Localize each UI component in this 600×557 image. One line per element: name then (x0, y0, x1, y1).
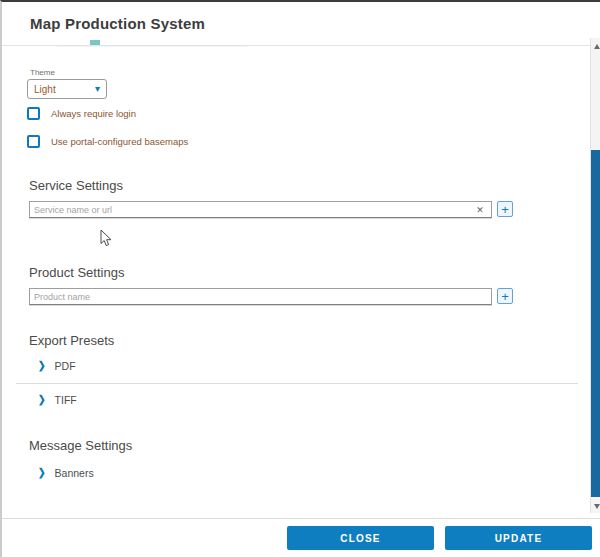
service-name-input[interactable] (29, 201, 492, 218)
chevron-right-icon: ❯ (38, 360, 46, 372)
plus-icon: + (501, 290, 509, 303)
dialog-footer: CLOSE UPDATE (2, 518, 600, 557)
service-settings-heading: Service Settings (29, 178, 123, 193)
chevron-down-icon: ▾ (95, 84, 100, 94)
plus-icon: + (501, 203, 509, 216)
require-login-label: Always require login (51, 108, 136, 119)
scroll-down-button[interactable] (591, 500, 600, 512)
theme-field-label: Theme (30, 68, 55, 77)
close-button[interactable]: CLOSE (287, 526, 434, 550)
theme-dropdown-value: Light (34, 84, 95, 95)
divider (16, 383, 578, 384)
chevron-right-icon: ❯ (38, 394, 46, 406)
scrollbar-thumb[interactable] (591, 150, 600, 497)
checkbox-row-require-login[interactable]: Always require login (27, 107, 136, 120)
expander-tiff[interactable]: ❯ TIFF (38, 394, 77, 406)
theme-dropdown[interactable]: Light ▾ (27, 79, 107, 99)
add-service-button[interactable]: + (497, 201, 513, 217)
clear-icon[interactable]: ✕ (473, 203, 487, 217)
expander-banners-label: Banners (55, 467, 94, 479)
expander-banners[interactable]: ❯ Banners (38, 467, 94, 479)
arrow-up-icon (594, 44, 600, 49)
message-settings-heading: Message Settings (29, 438, 132, 453)
vertical-scrollbar[interactable] (590, 38, 600, 513)
expander-pdf-label: PDF (55, 360, 76, 372)
product-name-input[interactable] (29, 288, 492, 305)
expander-pdf[interactable]: ❯ PDF (38, 360, 76, 372)
portal-basemaps-label: Use portal-configured basemaps (51, 136, 188, 147)
dialog-title: Map Production System (30, 15, 205, 32)
export-presets-heading: Export Presets (29, 333, 114, 348)
scrolled-content-artifact-mark (90, 40, 100, 45)
product-settings-heading: Product Settings (29, 265, 124, 280)
settings-dialog: Map Production System Theme Light ▾ Alwa… (0, 0, 600, 557)
chevron-right-icon: ❯ (38, 467, 46, 479)
mouse-cursor-icon (100, 230, 112, 247)
require-login-checkbox[interactable] (27, 107, 40, 120)
add-product-button[interactable]: + (497, 288, 513, 304)
scrollable-content: Theme Light ▾ Always require login Use p… (2, 47, 590, 517)
expander-tiff-label: TIFF (55, 394, 77, 406)
checkbox-row-portal-basemaps[interactable]: Use portal-configured basemaps (27, 135, 188, 148)
portal-basemaps-checkbox[interactable] (27, 135, 40, 148)
scroll-up-button[interactable] (591, 40, 600, 52)
arrow-down-icon (594, 504, 600, 509)
update-button[interactable]: UPDATE (445, 526, 592, 550)
